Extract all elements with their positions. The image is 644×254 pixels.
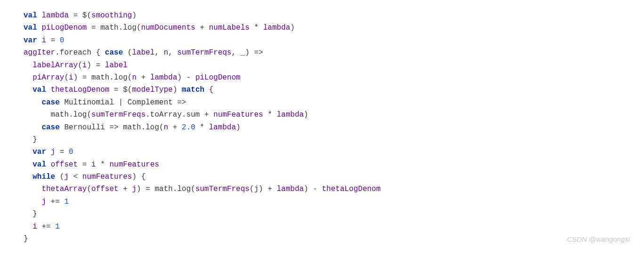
code-text: , _) => — [232, 48, 263, 57]
code-text: ) = math.log( — [73, 73, 132, 82]
identifier: j — [41, 198, 46, 206]
identifier: lambda — [263, 24, 290, 32]
code-text: += — [46, 198, 64, 206]
code-text: * — [96, 160, 110, 169]
identifier: aggIter — [24, 48, 55, 57]
identifier: numFeatures — [109, 160, 159, 169]
code-text: ) = — [87, 61, 105, 70]
code-text: + — [195, 24, 209, 32]
code-text: ( — [55, 173, 64, 181]
code-text: = $( — [109, 86, 132, 94]
code-text: ) - — [304, 185, 322, 193]
identifier: numLabels — [209, 24, 250, 32]
keyword-case: case — [41, 98, 59, 107]
identifier: i — [82, 61, 87, 70]
identifier: lambda — [209, 123, 236, 132]
code-text: ( — [250, 185, 254, 193]
keyword-val: val — [24, 24, 37, 32]
code-line: val piLogDenom = math.log(numDocuments +… — [24, 24, 295, 32]
code-text: , — [168, 48, 177, 57]
code-text: Bernoulli => math.log( — [60, 123, 164, 132]
identifier: lambda — [277, 111, 304, 119]
code-text: ) — [173, 86, 182, 94]
code-line: piArray(i) = math.log(n + lambda) - piLo… — [24, 73, 241, 82]
identifier: numFeatures — [213, 111, 263, 119]
keyword-val: val — [32, 86, 46, 94]
identifier: j — [132, 185, 137, 193]
code-text: + — [137, 73, 150, 82]
keyword-match: match — [182, 86, 204, 94]
code-text: = math.log( — [87, 24, 141, 32]
code-text: Multinomial | Complement => — [60, 98, 186, 107]
identifier: numFeatures — [82, 173, 132, 181]
code-line: labelArray(i) = label — [24, 61, 128, 70]
code-text: .toArray.sum + — [145, 111, 213, 119]
identifier: i — [41, 36, 46, 45]
number-literal: 0 — [60, 36, 64, 45]
code-text: ) = math.log( — [137, 185, 195, 193]
code-text: ( — [78, 61, 82, 70]
number-literal: 2.0 — [182, 123, 195, 132]
code-line: aggIter.foreach { case (label, n, sumTer… — [24, 48, 263, 57]
code-line: math.log(sumTermFreqs.toArray.sum + numF… — [24, 111, 308, 119]
identifier: offset — [91, 185, 119, 193]
identifier: n — [132, 73, 137, 82]
code-line: while (j < numFeatures) { — [24, 173, 145, 181]
identifier: j — [64, 173, 69, 181]
identifier: sumTermFreqs — [195, 185, 250, 193]
identifier: thetaArray — [41, 185, 87, 193]
code-text: , — [154, 48, 163, 57]
identifier: smoothing — [91, 11, 132, 20]
identifier: modelType — [132, 86, 172, 94]
code-text: = $( — [69, 11, 91, 20]
code-line: i += 1 — [24, 222, 60, 231]
identifier: numDocuments — [141, 24, 195, 32]
code-line: val thetaLogDenom = $(modelType) match { — [24, 86, 213, 94]
keyword-val: val — [24, 11, 37, 20]
number-literal: 1 — [64, 198, 69, 206]
code-line: case Multinomial | Complement => — [24, 98, 186, 107]
identifier: piArray — [32, 73, 64, 82]
identifier: piLogDenom — [41, 24, 87, 32]
watermark: CSDN @wangongxi — [567, 234, 630, 246]
code-text: * — [250, 24, 263, 32]
keyword-case: case — [41, 123, 59, 132]
keyword-case: case — [105, 48, 123, 57]
identifier: offset — [51, 160, 78, 169]
code-text: ) — [236, 123, 241, 132]
identifier: n — [164, 123, 169, 132]
identifier: thetaLogDenom — [51, 86, 110, 94]
code-text: = — [78, 160, 91, 169]
code-text: + — [119, 185, 132, 193]
code-line: case Bernoulli => math.log(n + 2.0 * lam… — [24, 123, 241, 132]
code-text: ) — [304, 111, 308, 119]
keyword-while: while — [32, 173, 55, 181]
identifier: label — [105, 61, 128, 70]
code-text: ) — [132, 11, 137, 20]
identifier: lambda — [277, 185, 304, 193]
code-text: ) + — [258, 185, 276, 193]
code-text: * — [195, 123, 209, 132]
code-text: math.log( — [51, 111, 91, 119]
code-text: + — [168, 123, 182, 132]
code-text: } — [32, 135, 37, 144]
code-text: += — [37, 222, 55, 231]
code-line: j += 1 — [24, 198, 69, 206]
code-text: .foreach { — [55, 48, 105, 57]
code-text: * — [263, 111, 277, 119]
code-line: var j = 0 — [24, 148, 73, 156]
code-text: ( — [87, 185, 91, 193]
identifier: sumTermFreqs — [91, 111, 145, 119]
identifier: i — [32, 222, 37, 231]
code-text: ) — [290, 24, 295, 32]
identifier: j — [254, 185, 259, 193]
code-text: } — [24, 235, 28, 243]
identifier: lambda — [41, 11, 69, 20]
identifier: j — [51, 148, 56, 156]
code-line: } — [24, 135, 37, 144]
code-text: { — [204, 86, 213, 94]
identifier: n — [164, 48, 169, 57]
identifier: label — [132, 48, 154, 57]
code-text: ) - — [177, 73, 195, 82]
identifier: piLogDenom — [195, 73, 241, 82]
